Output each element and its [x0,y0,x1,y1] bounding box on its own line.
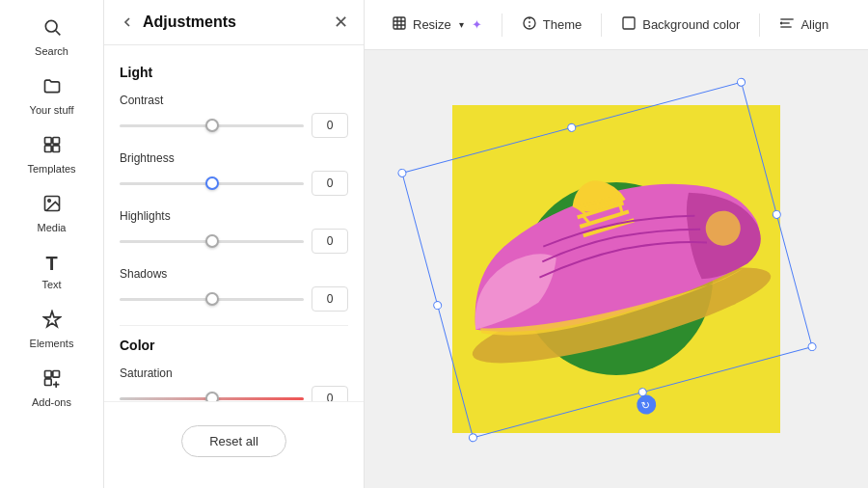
resize-icon [392,15,407,34]
resize-dropdown-icon: ▾ [459,19,464,30]
main-area: Resize ▾ ✦ Theme Background color Align [365,0,868,488]
color-section-title: Color [120,338,348,353]
saturation-label: Saturation [120,366,348,380]
theme-icon [522,15,537,34]
highlights-value: 0 [312,229,348,254]
brightness-row: Brightness 0 [120,151,348,196]
saturation-slider[interactable] [120,389,304,401]
resize-sparkle-icon: ✦ [472,17,482,32]
brightness-track [120,182,304,185]
panel-header: Adjustments ✕ [104,0,364,45]
svg-rect-4 [44,146,51,152]
sidebar-item-add-ons-label: Add-ons [32,396,71,408]
highlights-thumb[interactable] [205,234,219,248]
svg-rect-5 [52,146,59,152]
toolbar-divider-2 [601,14,602,37]
sidebar-item-media-label: Media [38,222,67,233]
brightness-thumb[interactable] [205,176,219,190]
sidebar: Search Your stuff Templates Media T Text… [0,0,104,488]
brightness-control: 0 [120,171,348,196]
contrast-value: 0 [312,113,348,138]
contrast-label: Contrast [120,94,348,107]
svg-point-7 [47,200,50,203]
search-icon [42,17,62,41]
sidebar-item-media[interactable]: Media [14,186,91,241]
back-button[interactable] [120,14,135,30]
saturation-row: Saturation 0 [120,366,348,401]
panel-body: Light Contrast 0 Brightness [104,45,364,401]
add-ons-icon [42,368,62,393]
bg-color-icon [621,15,637,34]
close-button[interactable]: ✕ [334,12,348,33]
folder-icon [42,76,62,100]
saturation-thumb[interactable] [205,392,219,401]
toolbar: Resize ▾ ✦ Theme Background color Align [365,0,868,50]
align-icon [779,15,795,34]
brightness-label: Brightness [120,151,348,165]
theme-label: Theme [543,17,582,32]
contrast-control: 0 [120,113,348,138]
highlights-label: Highlights [120,209,348,223]
svg-rect-13 [623,17,635,29]
contrast-track [120,124,304,127]
saturation-value: 0 [312,386,348,401]
panel-title: Adjustments [143,14,334,31]
reset-all-button[interactable]: Reset all [181,425,286,457]
contrast-row: Contrast 0 [120,94,348,138]
section-divider [120,325,348,326]
theme-button[interactable]: Theme [510,10,593,40]
sidebar-item-templates-label: Templates [27,163,75,175]
bg-color-label: Background color [642,17,740,32]
brightness-value: 0 [312,171,348,196]
sidebar-item-search[interactable]: Search [14,10,91,65]
sidebar-item-add-ons[interactable]: Add-ons [14,361,91,416]
svg-line-1 [55,31,60,36]
saturation-control: 0 [120,386,348,401]
saturation-track [120,397,304,400]
svg-line-18 [781,23,782,24]
elements-icon [42,310,62,334]
sidebar-item-elements-label: Elements [30,338,74,349]
svg-rect-8 [44,371,51,378]
align-button[interactable]: Align [768,10,840,40]
resize-label: Resize [413,17,451,32]
templates-icon [42,135,62,159]
light-section-title: Light [120,65,348,80]
highlights-control: 0 [120,229,348,254]
media-icon [42,194,62,218]
align-label: Align [800,17,828,32]
canvas-area: ↻ [365,50,868,488]
sidebar-item-search-label: Search [35,45,68,57]
contrast-thumb[interactable] [205,119,219,132]
bg-color-button[interactable]: Background color [610,10,751,40]
shadows-slider[interactable] [120,289,304,309]
svg-rect-2 [44,138,51,145]
highlights-track [120,240,304,243]
shadows-control: 0 [120,286,348,312]
svg-point-0 [45,20,57,32]
shadows-label: Shadows [120,267,348,281]
text-icon: T [45,253,57,275]
shadows-track [120,298,304,301]
sidebar-item-text-label: Text [41,279,61,290]
sidebar-item-templates[interactable]: Templates [14,127,91,182]
sidebar-item-text[interactable]: T Text [14,245,91,298]
svg-rect-3 [52,138,59,145]
contrast-slider[interactable] [120,116,304,135]
canvas-container: ↻ [404,86,828,452]
highlights-slider[interactable] [120,231,304,251]
svg-rect-10 [44,379,51,386]
shadows-value: 0 [312,286,348,312]
shadows-row: Shadows 0 [120,267,348,312]
toolbar-divider-1 [502,14,502,37]
sidebar-item-your-stuff[interactable]: Your stuff [14,68,91,123]
toolbar-divider-3 [759,14,760,37]
resize-button[interactable]: Resize ▾ ✦ [380,10,494,40]
sidebar-item-your-stuff-label: Your stuff [30,104,74,116]
sidebar-item-elements[interactable]: Elements [14,302,91,357]
highlights-row: Highlights 0 [120,209,348,254]
svg-rect-9 [52,371,59,378]
svg-rect-11 [393,17,405,29]
shadows-thumb[interactable] [205,292,219,306]
brightness-slider[interactable] [120,174,304,193]
